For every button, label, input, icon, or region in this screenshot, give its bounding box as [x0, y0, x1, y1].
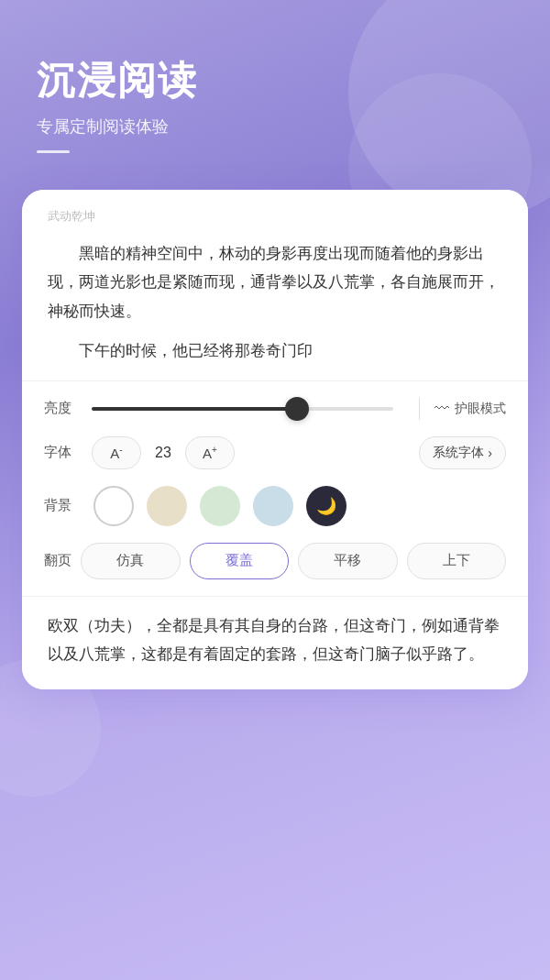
pageturn-simulated-button[interactable]: 仿真	[81, 543, 181, 579]
bg-blue-button[interactable]	[253, 486, 293, 526]
divider-vertical	[419, 398, 420, 420]
brightness-row: 亮度 〰 护眼模式	[44, 398, 506, 420]
bg-dark-button[interactable]: 🌙	[306, 486, 346, 526]
bottom-reading-text: 欧双（功夫），全都是具有其自身的台路，但这奇门，例如通背拳以及八荒掌，这都是有着…	[48, 611, 502, 669]
font-family-label: 系统字体	[433, 445, 484, 461]
controls-panel: 亮度 〰 护眼模式 字体 A- 23 A+	[22, 380, 528, 596]
font-decrease-button[interactable]: A-	[92, 436, 141, 469]
page-title: 沉浸阅读	[37, 55, 513, 106]
pageturn-options: 仿真 覆盖 平移 上下	[81, 543, 506, 579]
font-label: 字体	[44, 444, 81, 461]
brightness-slider[interactable]	[92, 407, 393, 411]
font-decrease-icon: A-	[110, 445, 122, 461]
pageturn-cover-label: 覆盖	[226, 552, 253, 569]
chevron-right-icon: ›	[488, 446, 492, 460]
page-subtitle: 专属定制阅读体验	[37, 116, 513, 138]
font-size-value: 23	[152, 445, 174, 461]
eye-icon: 〰	[434, 401, 449, 417]
font-increase-icon: A+	[203, 445, 217, 461]
pageturn-row: 翻页 仿真 覆盖 平移 上下	[44, 543, 506, 579]
bg-label: 背景	[44, 497, 81, 514]
night-mode-button[interactable]: 〰 护眼模式	[434, 401, 506, 417]
font-row: 字体 A- 23 A+ 系统字体 ›	[44, 436, 506, 469]
brightness-label: 亮度	[44, 400, 81, 417]
slider-fill	[92, 407, 297, 411]
bg-green-button[interactable]	[200, 486, 240, 526]
reading-text: 黑暗的精神空间中，林动的身影再度出现而随着他的身影出现，两道光影也是紧随而现，通…	[48, 239, 502, 366]
pageturn-slide-label: 平移	[334, 552, 361, 569]
bg-beige-button[interactable]	[147, 486, 187, 526]
header-divider	[37, 150, 70, 153]
pageturn-scroll-label: 上下	[443, 552, 470, 569]
font-increase-button[interactable]: A+	[185, 436, 235, 469]
slider-track	[92, 407, 393, 411]
pageturn-slide-button[interactable]: 平移	[298, 543, 398, 579]
slider-thumb[interactable]	[285, 397, 309, 421]
pageturn-cover-button[interactable]: 覆盖	[190, 543, 290, 579]
reading-paragraph-2: 下午的时候，他已经将那卷奇门印	[48, 336, 502, 365]
header: 沉浸阅读 专属定制阅读体验	[0, 0, 550, 181]
moon-icon: 🌙	[316, 496, 336, 516]
font-family-button[interactable]: 系统字体 ›	[419, 436, 506, 469]
pageturn-scroll-button[interactable]: 上下	[407, 543, 507, 579]
pageturn-simulated-label: 仿真	[116, 552, 144, 569]
bottom-text-area: 欧双（功夫），全都是具有其自身的台路，但这奇门，例如通背拳以及八荒掌，这都是有着…	[22, 596, 528, 689]
bg-white-button[interactable]	[94, 486, 134, 526]
reading-area: 武动乾坤 黑暗的精神空间中，林动的身影再度出现而随着他的身影出现，两道光影也是紧…	[22, 190, 528, 380]
night-mode-label: 护眼模式	[455, 401, 506, 417]
reading-paragraph-1: 黑暗的精神空间中，林动的身影再度出现而随着他的身影出现，两道光影也是紧随而现，通…	[48, 239, 502, 325]
reading-card: 武动乾坤 黑暗的精神空间中，林动的身影再度出现而随着他的身影出现，两道光影也是紧…	[22, 190, 528, 689]
background-row: 背景 🌙	[44, 486, 506, 526]
book-title: 武动乾坤	[48, 208, 502, 225]
pageturn-label: 翻页	[44, 552, 81, 569]
